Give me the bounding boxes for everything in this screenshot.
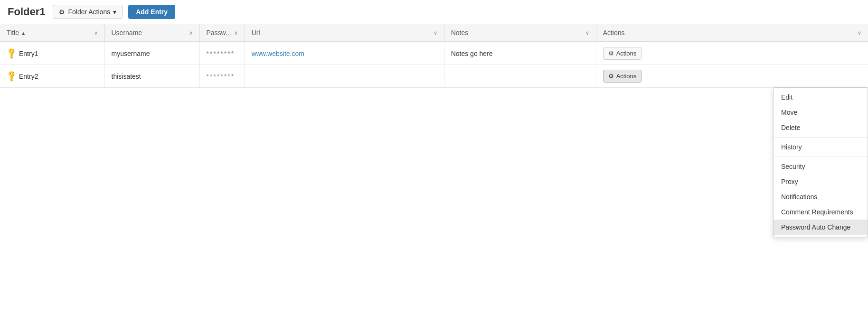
actions-btn-label: Actions (616, 73, 637, 80)
page-wrapper: Folder1 ⚙ Folder Actions ▾ Add Entry Tit… (0, 0, 868, 332)
dropdown-item-proxy[interactable]: Proxy (774, 174, 868, 189)
th-url-label: Url (252, 29, 260, 37)
entry-url: www.website.com (245, 42, 444, 65)
th-title-label: Title ▲ (7, 29, 26, 37)
url-link[interactable]: www.website.com (252, 50, 304, 57)
dropdown-item-delete[interactable]: Delete (774, 120, 868, 135)
folder-actions-button[interactable]: ⚙ Folder Actions ▾ (53, 5, 123, 19)
entry-url (245, 65, 444, 88)
dropdown-item-password-auto-change[interactable]: Password Auto Change (774, 220, 868, 235)
th-title-chevron: ∨ (94, 30, 98, 36)
actions-btn-label: Actions (616, 50, 637, 57)
th-actions[interactable]: Actions ∨ (596, 24, 868, 42)
dropdown-item-move[interactable]: Move (774, 105, 868, 120)
th-password-label: Passw... (207, 29, 231, 37)
dropdown-section-2: History (774, 138, 868, 157)
th-username-chevron: ∨ (189, 30, 193, 36)
dropdown-item-notifications[interactable]: Notifications (774, 189, 868, 204)
table-row: 🔑 Entry2 thisisatest ******** ⚙ Actions (0, 65, 868, 88)
th-title[interactable]: Title ▲ ∨ (0, 24, 104, 42)
entry-actions-cell: ⚙ Actions (596, 42, 868, 65)
entry-notes (444, 65, 596, 88)
key-icon: 🔑 (5, 47, 18, 60)
th-url-chevron: ∨ (434, 30, 437, 36)
actions-dropdown-menu: Edit Move Delete History Security Proxy … (773, 87, 868, 237)
entry-actions-cell: ⚙ Actions Edit Move Delete History (596, 65, 868, 88)
dropdown-item-history[interactable]: History (774, 139, 868, 155)
entry-password: ******** (199, 65, 245, 88)
dropdown-item-security[interactable]: Security (774, 159, 868, 174)
th-notes-label: Notes (451, 29, 469, 37)
entry-title-cell: 🔑 Entry2 (0, 65, 104, 88)
entry-notes: Notes go here (444, 42, 596, 65)
th-actions-chevron: ∨ (858, 30, 861, 36)
entry-username: thisisatest (104, 65, 199, 88)
dropdown-section-1: Edit Move Delete (774, 88, 868, 138)
th-username[interactable]: Username ∨ (104, 24, 199, 42)
add-entry-button[interactable]: Add Entry (128, 5, 175, 19)
dropdown-item-edit[interactable]: Edit (774, 90, 868, 105)
entry-username: myusername (104, 42, 199, 65)
th-password-chevron: ∨ (234, 30, 238, 36)
key-icon: 🔑 (5, 70, 18, 83)
table-row: 🔑 Entry1 myusername ******** www.website… (0, 42, 868, 65)
gear-icon: ⚙ (608, 73, 614, 80)
folder-actions-label: Folder Actions (68, 8, 110, 16)
dropdown-item-comment-requirements[interactable]: Comment Requirements (774, 204, 868, 220)
page-header: Folder1 ⚙ Folder Actions ▾ Add Entry (0, 0, 868, 24)
th-actions-label: Actions (603, 29, 625, 37)
entry-title: Entry2 (19, 73, 38, 80)
entry1-actions-button[interactable]: ⚙ Actions (603, 47, 642, 60)
table-container: Title ▲ ∨ Username ∨ Passw... ∨ (0, 24, 868, 88)
th-url[interactable]: Url ∨ (245, 24, 444, 42)
th-password[interactable]: Passw... ∨ (199, 24, 245, 42)
entries-table: Title ▲ ∨ Username ∨ Passw... ∨ (0, 24, 868, 88)
gear-icon: ⚙ (59, 8, 65, 16)
th-username-label: Username (112, 29, 142, 37)
entry-title: Entry1 (19, 50, 38, 57)
th-notes[interactable]: Notes ∨ (444, 24, 596, 42)
chevron-down-icon: ▾ (113, 8, 116, 16)
th-notes-chevron: ∨ (585, 30, 589, 36)
entry-password: ******** (199, 42, 245, 65)
entry2-actions-button[interactable]: ⚙ Actions (603, 70, 642, 83)
entry-title-cell: 🔑 Entry1 (0, 42, 104, 65)
dropdown-section-3: Security Proxy Notifications Comment Req… (774, 157, 868, 237)
folder-title: Folder1 (8, 6, 45, 18)
gear-icon: ⚙ (608, 50, 614, 57)
table-header-row: Title ▲ ∨ Username ∨ Passw... ∨ (0, 24, 868, 42)
